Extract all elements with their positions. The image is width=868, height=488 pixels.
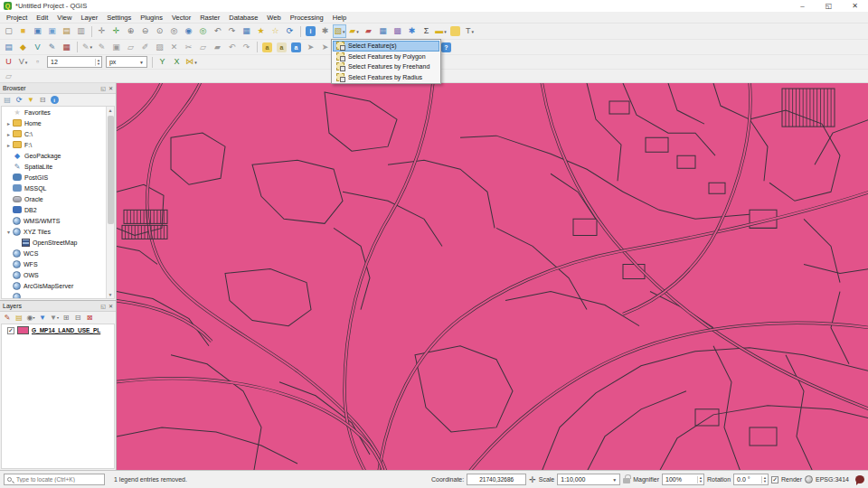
zoom-to-layer-button[interactable]: ◎ bbox=[196, 24, 210, 38]
layers-close-icon[interactable]: ✕ bbox=[108, 303, 113, 309]
layer-name[interactable]: G_MP14_LAND_USE_PL bbox=[32, 327, 100, 333]
topological-editing-button[interactable]: Y bbox=[156, 55, 169, 69]
refresh-browser-button[interactable]: ⟳ bbox=[14, 95, 24, 106]
enable-tracing-dropdown-arrow[interactable]: ▾ bbox=[194, 60, 197, 65]
collapse-all-button[interactable]: ⊟ bbox=[37, 95, 48, 106]
refresh-map-button[interactable]: ⟳ bbox=[283, 24, 297, 38]
open-project-button[interactable]: ■ bbox=[16, 24, 30, 38]
scroll-thumb[interactable] bbox=[108, 116, 114, 224]
menu-item-select-features-by-polygon[interactable]: Select Features by Polygon bbox=[333, 52, 439, 62]
open-data-source-manager-button[interactable]: ▤ bbox=[2, 41, 15, 54]
layer-diagram-options-button[interactable]: a bbox=[275, 41, 288, 54]
expander-icon[interactable]: ▾ bbox=[5, 229, 13, 235]
enable-snapping-button[interactable]: U bbox=[2, 55, 15, 69]
manage-map-themes-dropdown-arrow[interactable]: ▾ bbox=[33, 315, 34, 320]
magnifier-steppers[interactable]: ▲▼ bbox=[697, 476, 703, 483]
new-print-layout-button[interactable]: ▤ bbox=[60, 24, 73, 38]
pan-map-button[interactable]: ✛ bbox=[95, 24, 108, 38]
browser-scrollbar[interactable]: ▲ ▼ bbox=[106, 107, 114, 298]
menu-settings[interactable]: Settings bbox=[102, 14, 136, 22]
measure-line-button[interactable]: ▬▾ bbox=[434, 24, 448, 38]
magnifier-spinbox[interactable]: 100% ▲▼ bbox=[662, 474, 704, 485]
browser-item-mssql[interactable]: MSSQL bbox=[2, 183, 114, 193]
messages-icon[interactable] bbox=[855, 475, 864, 483]
browser-item-xyz-tiles[interactable]: ▾XYZ Tiles bbox=[2, 226, 114, 237]
layer-item[interactable]: ✓ G_MP14_LAND_USE_PL bbox=[2, 324, 114, 336]
locator-input[interactable] bbox=[16, 476, 104, 483]
scroll-down-icon[interactable]: ▼ bbox=[108, 291, 113, 298]
menu-edit[interactable]: Edit bbox=[32, 14, 52, 22]
collapse-all-layers-button[interactable]: ⊟ bbox=[72, 313, 83, 324]
browser-properties-button[interactable]: i bbox=[49, 95, 60, 106]
current-edits-dropdown-arrow[interactable]: ▾ bbox=[90, 44, 93, 50]
show-bookmarks-button[interactable]: ☆ bbox=[269, 24, 282, 38]
browser-item-postgis[interactable]: PostGIS bbox=[2, 172, 114, 183]
processing-toolbox-button[interactable]: ✱ bbox=[405, 24, 419, 38]
zoom-native-button[interactable]: ⊙ bbox=[153, 24, 166, 38]
browser-item-wms-wmts[interactable]: WMS/WMTS bbox=[2, 215, 114, 226]
deselect-features-button[interactable]: ▰▾ bbox=[347, 24, 361, 38]
new-geopackage-layer-button[interactable]: ◆ bbox=[16, 41, 30, 54]
new-spatialite-layer-button[interactable]: ✎ bbox=[45, 41, 59, 54]
snapping-mode-button[interactable]: V▾ bbox=[16, 55, 30, 69]
browser-item-wfs[interactable]: WFS bbox=[2, 258, 114, 269]
locator-box[interactable] bbox=[4, 474, 105, 485]
filter-legend-button[interactable]: ▼ bbox=[37, 313, 48, 324]
new-spatial-bookmark-button[interactable]: ★ bbox=[254, 24, 268, 38]
zoom-last-button[interactable]: ↶ bbox=[211, 24, 224, 38]
expander-icon[interactable]: ▸ bbox=[5, 142, 13, 148]
zoom-in-button[interactable]: ⊕ bbox=[124, 24, 137, 38]
menu-processing[interactable]: Processing bbox=[286, 14, 328, 22]
menu-web[interactable]: Web bbox=[262, 14, 285, 22]
browser-item-spatialite[interactable]: ✎SpatiaLite bbox=[2, 161, 114, 172]
browser-item-partial[interactable] bbox=[2, 291, 114, 299]
text-annotation-dropdown-arrow[interactable]: ▾ bbox=[471, 29, 474, 34]
menu-vector[interactable]: Vector bbox=[167, 14, 195, 22]
zoom-full-button[interactable]: ◎ bbox=[167, 24, 181, 38]
menu-item-select-features-by-freehand[interactable]: Select Features by Freehand bbox=[333, 61, 439, 72]
lock-scale-icon[interactable] bbox=[623, 478, 630, 483]
open-attribute-table-button[interactable]: ▦ bbox=[376, 24, 390, 38]
identify-features-button[interactable]: i bbox=[304, 24, 317, 38]
enable-tracing-button[interactable]: ⋈▾ bbox=[184, 55, 198, 69]
zoom-to-selection-button[interactable]: ◉ bbox=[182, 24, 195, 38]
browser-float-icon[interactable]: ◱ bbox=[100, 85, 106, 91]
filter-by-expression-dropdown-arrow[interactable]: ▾ bbox=[57, 315, 59, 320]
save-project-as-button[interactable]: ▣ bbox=[45, 24, 59, 38]
snapping-units-combo[interactable]: px ▼ bbox=[106, 56, 147, 68]
snapping-tolerance-spinbox[interactable]: 12 ▲▼ bbox=[47, 56, 102, 68]
browser-item-wcs[interactable]: WCS bbox=[2, 248, 114, 258]
highlight-pinned-labels-button[interactable]: a bbox=[289, 41, 303, 54]
rotation-steppers[interactable]: ▲▼ bbox=[761, 476, 768, 483]
browser-item-db2[interactable]: DB2 bbox=[2, 204, 114, 215]
select-features-button[interactable]: ▧▾ bbox=[333, 24, 346, 38]
layer-labeling-options-button[interactable]: a bbox=[260, 41, 274, 54]
expand-all-button[interactable]: ⊞ bbox=[61, 313, 71, 324]
add-group-button[interactable]: ▤ bbox=[14, 313, 24, 324]
pan-to-selection-button[interactable]: ✛ bbox=[109, 24, 123, 38]
menu-item-select-features-by-radius[interactable]: Select Features by Radius bbox=[333, 72, 439, 83]
scroll-up-icon[interactable]: ▲ bbox=[108, 107, 113, 114]
map-canvas[interactable] bbox=[117, 83, 868, 470]
text-annotation-button[interactable]: T▾ bbox=[463, 24, 476, 38]
remove-layer-button[interactable]: ⊠ bbox=[84, 313, 95, 324]
new-map-view-button[interactable]: ▦ bbox=[240, 24, 253, 38]
menu-plugins[interactable]: Plugins bbox=[136, 14, 167, 22]
minimize-button[interactable]: – bbox=[789, 0, 816, 12]
select-features-by-value-button[interactable]: ▰ bbox=[362, 24, 375, 38]
show-statistical-summary-button[interactable]: Σ bbox=[420, 24, 433, 38]
zoom-out-button[interactable]: ⊖ bbox=[138, 24, 152, 38]
add-selected-layers-button[interactable]: ▤ bbox=[2, 95, 13, 106]
open-layer-styling-button[interactable]: ✎ bbox=[2, 313, 13, 324]
save-project-button[interactable]: ▣ bbox=[31, 24, 44, 38]
browser-item-c-[interactable]: ▸C:\ bbox=[2, 128, 114, 139]
browser-item-favorites[interactable]: ★Favorites bbox=[2, 107, 114, 117]
browser-item-f-[interactable]: ▸F:\ bbox=[2, 139, 114, 150]
menu-project[interactable]: Project bbox=[2, 14, 32, 22]
snapping-mode-dropdown-arrow[interactable]: ▾ bbox=[25, 60, 28, 65]
rotation-spinbox[interactable]: 0.0 ° ▲▼ bbox=[733, 474, 769, 485]
select-features-dropdown-arrow[interactable]: ▾ bbox=[343, 29, 345, 34]
expander-icon[interactable]: ▸ bbox=[5, 131, 13, 137]
new-shapefile-layer-button[interactable]: V bbox=[31, 41, 44, 54]
new-virtual-layer-button[interactable]: ▦ bbox=[60, 41, 73, 54]
